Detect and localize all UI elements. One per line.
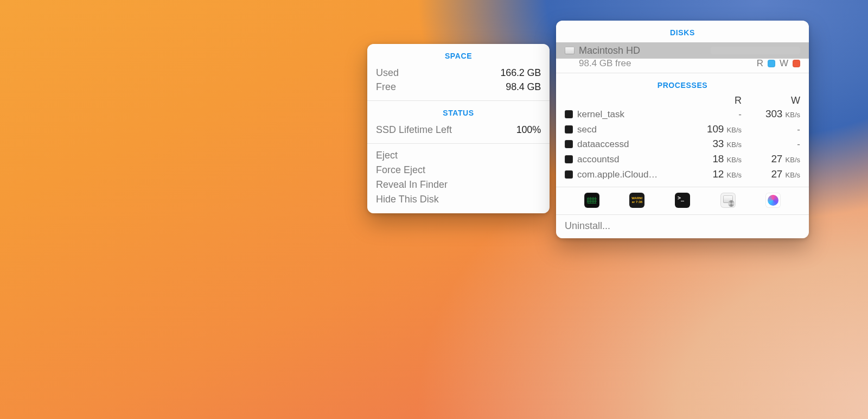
read-label: R: [757, 58, 763, 69]
disks-header: DISKS: [556, 21, 809, 42]
process-icon: [565, 125, 573, 134]
process-row[interactable]: com.apple.iCloud…12 KB/s27 KB/s: [565, 167, 800, 182]
disk-free-text: 98.4 GB free: [579, 58, 757, 69]
hide-this-disk-action[interactable]: Hide This Disk: [376, 192, 541, 207]
process-name: kernel_task: [577, 108, 684, 122]
terminal-icon[interactable]: [675, 193, 690, 208]
activity-monitor-icon[interactable]: [584, 193, 599, 208]
eject-action[interactable]: Eject: [376, 148, 541, 163]
space-free-row: Free 98.4 GB: [376, 80, 541, 94]
ssd-lifetime-value: 100%: [516, 123, 541, 137]
uninstall-link[interactable]: Uninstall...: [565, 220, 610, 231]
process-row[interactable]: dataaccessd33 KB/s-: [565, 136, 800, 151]
cleaner-icon[interactable]: [765, 193, 781, 208]
process-row[interactable]: secd109 KB/s-: [565, 122, 800, 137]
process-row[interactable]: accountsd18 KB/s27 KB/s: [565, 151, 800, 167]
disk-actions: Eject Force Eject Reveal In Finder Hide …: [367, 144, 550, 213]
space-free-value: 98.4 GB: [506, 80, 541, 94]
process-name: dataaccessd: [577, 138, 684, 151]
space-used-row: Used 166.2 GB: [376, 66, 541, 80]
reveal-in-finder-action[interactable]: Reveal In Finder: [376, 177, 541, 192]
space-used-label: Used: [376, 66, 399, 80]
process-name: com.apple.iCloud…: [577, 168, 684, 182]
processes-header: PROCESSES: [556, 73, 809, 95]
write-led-icon: [793, 60, 800, 67]
space-header: SPACE: [367, 44, 550, 66]
disk-name: Macintosh HD: [579, 45, 711, 56]
process-icon: [565, 170, 573, 179]
disk-icon: [565, 47, 575, 54]
process-row[interactable]: kernel_task-303 KB/s: [565, 106, 800, 122]
process-name: accountsd: [577, 153, 684, 167]
disk-detail-panel: SPACE Used 166.2 GB Free 98.4 GB STATUS …: [367, 44, 550, 213]
force-eject-action[interactable]: Force Eject: [376, 163, 541, 177]
process-icon: [565, 140, 573, 148]
space-used-value: 166.2 GB: [501, 66, 541, 80]
disk-row-macintosh-hd[interactable]: Macintosh HD: [556, 42, 809, 59]
disk-utility-icon[interactable]: [720, 193, 736, 208]
disk-usage-bar: [711, 47, 800, 54]
console-icon[interactable]: WARN!er 7:36: [629, 193, 644, 208]
status-header: STATUS: [367, 101, 550, 123]
disks-panel: DISKS Macintosh HD 98.4 GB free R W PROC…: [556, 21, 809, 238]
ssd-lifetime-label: SSD Lifetime Left: [376, 123, 452, 137]
process-icon: [565, 110, 573, 118]
col-write: W: [742, 95, 800, 106]
process-name: secd: [577, 123, 684, 137]
ssd-lifetime-row: SSD Lifetime Left 100%: [376, 123, 541, 137]
write-label: W: [780, 58, 788, 69]
col-read: R: [684, 95, 742, 106]
processes-table-header: R W: [565, 95, 800, 106]
read-led-icon: [768, 60, 775, 67]
process-icon: [565, 155, 573, 163]
app-shortcuts: WARN!er 7:36: [556, 187, 809, 214]
space-free-label: Free: [376, 80, 396, 94]
processes-table: R W kernel_task-303 KB/ssecd109 KB/s-dat…: [556, 95, 809, 187]
disk-subrow: 98.4 GB free R W: [556, 59, 809, 73]
